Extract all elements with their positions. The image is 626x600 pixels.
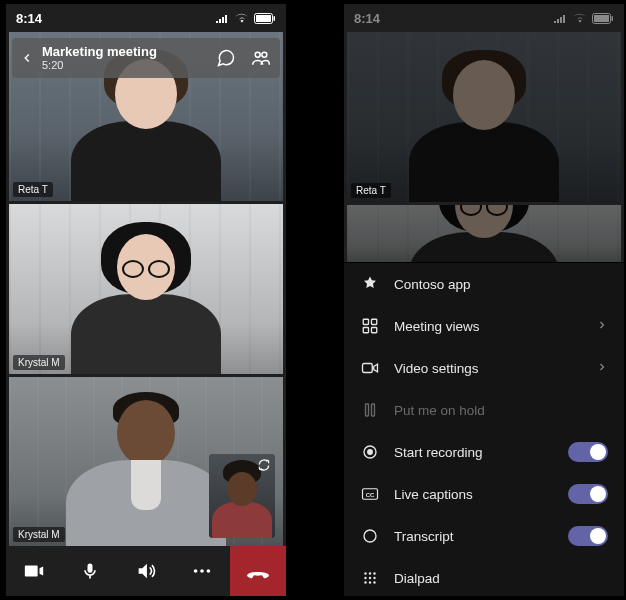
hangup-button[interactable]	[230, 546, 286, 596]
back-button[interactable]	[20, 51, 34, 65]
video-grid: Reta T Krystal M Krystal M	[9, 32, 283, 546]
svg-point-7	[207, 569, 211, 573]
meeting-duration: 5:20	[42, 59, 208, 71]
record-icon	[360, 443, 380, 461]
sheet-item-transcript[interactable]: Transcript	[344, 515, 624, 557]
sheet-item-meeting-views[interactable]: Meeting views	[344, 305, 624, 347]
status-icons	[215, 13, 276, 24]
svg-rect-16	[366, 404, 369, 416]
svg-rect-9	[594, 15, 609, 22]
status-bar: 8:14	[344, 4, 624, 32]
participant-name: Reta T	[13, 182, 53, 197]
hold-icon	[360, 401, 380, 419]
chevron-right-icon	[596, 319, 608, 334]
toggle-switch[interactable]	[568, 484, 608, 504]
sheet-item-label: Put me on hold	[394, 403, 608, 418]
speaker-button[interactable]	[118, 546, 174, 596]
svg-rect-10	[612, 16, 614, 21]
svg-point-30	[369, 581, 371, 583]
sheet-item-captions[interactable]: CC Live captions	[344, 473, 624, 515]
call-controls	[6, 546, 286, 596]
participant-tile	[347, 205, 621, 262]
svg-point-19	[368, 450, 373, 455]
status-icons	[553, 13, 614, 24]
app-icon	[360, 275, 380, 293]
mic-button[interactable]	[62, 546, 118, 596]
svg-rect-1	[256, 15, 271, 22]
grid-icon	[360, 317, 380, 335]
svg-point-23	[364, 572, 366, 574]
transcript-icon	[360, 527, 380, 545]
svg-point-29	[364, 581, 366, 583]
meeting-title-block: Marketing meeting 5:20	[42, 45, 208, 71]
phone-actionsheet-view: 8:14 Reta T Contoso app Meet	[344, 4, 624, 596]
more-actions-sheet: Contoso app Meeting views Video settings	[344, 262, 624, 596]
svg-point-27	[369, 577, 371, 579]
toggle-switch[interactable]	[568, 442, 608, 462]
participant-name: Reta T	[351, 183, 391, 198]
participant-name: Krystal M	[13, 355, 65, 370]
more-button[interactable]	[174, 546, 230, 596]
participant-tile[interactable]: Krystal M	[9, 204, 283, 373]
svg-point-5	[194, 569, 198, 573]
svg-text:CC: CC	[366, 492, 375, 498]
phone-call-view: 8:14 Reta T Krystal M Krystal M	[6, 4, 286, 596]
sheet-item-label: Contoso app	[394, 277, 608, 292]
flip-camera-icon[interactable]	[257, 458, 271, 476]
sheet-item-video-settings[interactable]: Video settings	[344, 347, 624, 389]
chevron-right-icon	[596, 361, 608, 376]
dialpad-icon	[360, 569, 380, 587]
video-grid-dimmed: Reta T	[347, 32, 621, 262]
svg-point-25	[373, 572, 375, 574]
svg-point-22	[364, 530, 376, 542]
sheet-item-label: Start recording	[394, 445, 554, 460]
video-icon	[360, 359, 380, 377]
svg-rect-11	[363, 319, 368, 324]
svg-rect-15	[363, 364, 373, 373]
sheet-item-hold: Put me on hold	[344, 389, 624, 431]
svg-rect-17	[372, 404, 375, 416]
sheet-item-label: Meeting views	[394, 319, 582, 334]
sheet-item-contoso-app[interactable]: Contoso app	[344, 263, 624, 305]
people-icon[interactable]	[250, 48, 272, 68]
participant-tile[interactable]: Krystal M	[9, 377, 283, 546]
sheet-item-recording[interactable]: Start recording	[344, 431, 624, 473]
svg-point-31	[373, 581, 375, 583]
svg-rect-14	[372, 328, 377, 333]
svg-point-26	[364, 577, 366, 579]
status-time: 8:14	[354, 11, 380, 26]
cc-icon: CC	[360, 485, 380, 503]
sheet-item-label: Dialpad	[394, 571, 608, 586]
sheet-item-dialpad[interactable]: Dialpad	[344, 557, 624, 596]
sheet-item-label: Live captions	[394, 487, 554, 502]
sheet-item-label: Transcript	[394, 529, 554, 544]
svg-point-3	[255, 52, 260, 57]
svg-rect-2	[274, 16, 276, 21]
chat-icon[interactable]	[216, 48, 236, 68]
participant-tile: Reta T	[347, 32, 621, 202]
sheet-item-label: Video settings	[394, 361, 582, 376]
self-preview[interactable]	[209, 454, 275, 538]
svg-rect-12	[372, 319, 377, 324]
svg-point-6	[200, 569, 204, 573]
svg-point-24	[369, 572, 371, 574]
camera-button[interactable]	[6, 546, 62, 596]
svg-point-4	[262, 52, 267, 57]
status-time: 8:14	[16, 11, 42, 26]
svg-point-28	[373, 577, 375, 579]
svg-rect-13	[363, 328, 368, 333]
meeting-title: Marketing meeting	[42, 45, 208, 59]
meeting-header: Marketing meeting 5:20	[12, 38, 280, 78]
participant-name: Krystal M	[13, 527, 65, 542]
toggle-switch[interactable]	[568, 526, 608, 546]
status-bar: 8:14	[6, 4, 286, 32]
